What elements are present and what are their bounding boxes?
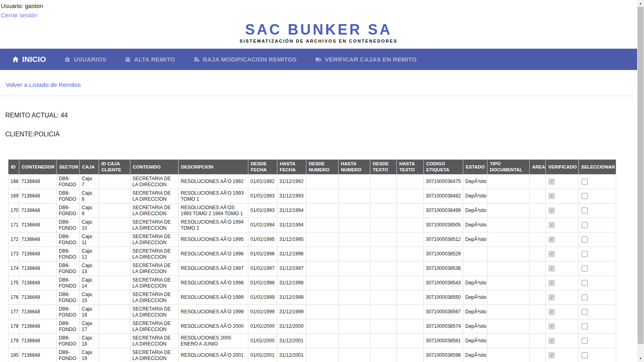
seleccionar-checkbox[interactable] [582, 251, 588, 257]
cell-desde-fecha: 01/01/1999 [248, 305, 277, 319]
nav-item-baja-modificacion-remitos[interactable]: BAJA MODIFICACION REMITOS [194, 56, 297, 63]
cell-desde-numero [306, 204, 339, 218]
seleccionar-checkbox[interactable] [582, 352, 588, 358]
cell-sector: DB6-FONDO [57, 276, 80, 290]
cell-codigo-etiqueta: 3071000038505 [424, 218, 463, 232]
cell-codigo-etiqueta: 3071000038543 [424, 276, 463, 290]
cell-id: 174 [8, 261, 19, 276]
cell-desde-numero [306, 319, 339, 334]
cell-estado [463, 261, 487, 276]
seleccionar-checkbox[interactable] [582, 280, 588, 286]
cell-seleccionar [579, 319, 616, 334]
user-bar: Usuario: gaston Cerrar sesión [0, 0, 637, 20]
cell-tipo-documental [487, 218, 530, 232]
cell-seleccionar [579, 276, 616, 290]
seleccionar-checkbox[interactable] [582, 265, 588, 272]
cell-caja: Caja: 9 [80, 204, 99, 218]
cell-sector: DB6-FONDO [57, 175, 80, 189]
page: Usuario: gaston Cerrar sesión sac bunker… [0, 0, 644, 362]
cell-hasta-texto [397, 232, 424, 247]
seleccionar-checkbox[interactable] [582, 222, 588, 228]
cell-verificado: ✓ [546, 175, 579, 189]
seleccionar-checkbox[interactable] [582, 237, 588, 243]
cell-sector: DB6-FONDO [57, 348, 80, 362]
seleccionar-checkbox[interactable] [582, 208, 588, 214]
cell-id-caja-cliente [99, 175, 130, 189]
cell-sector: DB6-FONDO [57, 261, 80, 276]
cell-id: 170 [8, 204, 19, 218]
briefcase-icon [125, 56, 131, 62]
cell-id-caja-cliente [99, 189, 130, 204]
seleccionar-checkbox[interactable] [582, 309, 588, 315]
cell-hasta-texto [397, 218, 424, 232]
nav-item-inicio[interactable]: INICIO [12, 55, 46, 64]
cell-descripcion: RESOLUCIONES AÃ‘O 1997 [179, 261, 248, 276]
cell-desde-texto [370, 290, 397, 305]
cell-desde-numero [306, 348, 339, 362]
seleccionar-checkbox[interactable] [582, 323, 588, 329]
cell-descripcion: RESOLUCIONES AÃ‘O 1999 [179, 290, 248, 305]
cell-contenedor: 7136648 [19, 305, 57, 319]
cell-tipo-documental [487, 290, 530, 305]
cell-hasta-texto [397, 204, 424, 218]
cell-codigo-etiqueta: 3071000038475 [424, 175, 463, 189]
cell-contenedor: 7136648 [19, 348, 57, 362]
nav-item-alta-remito[interactable]: ALTA REMITO [125, 56, 175, 63]
cell-hasta-texto [397, 334, 424, 348]
cell-contenido: SECRETARIA DE LA DIRECCION [130, 319, 179, 334]
scrollbar-thumb[interactable] [638, 7, 644, 344]
cell-id-caja-cliente [99, 334, 130, 348]
seleccionar-checkbox[interactable] [582, 193, 588, 199]
logo: sac bunker sa SISTEMATIZACIÓN DE ARCHIVO… [0, 23, 637, 44]
cell-area [530, 189, 546, 204]
cerrar-sesion-link[interactable]: Cerrar sesión [1, 10, 37, 20]
cell-sector: DB6-FONDO [57, 319, 80, 334]
cell-contenedor: 7136648 [19, 175, 57, 189]
cell-codigo-etiqueta: 3071000038482 [424, 189, 463, 204]
cell-caja: Caja: 14 [80, 276, 99, 290]
cell-contenedor: 7136648 [19, 232, 57, 247]
cell-hasta-numero [339, 348, 370, 362]
building-icon [194, 56, 200, 62]
nav-item-verificar-cajas-en-remito[interactable]: VERIFICAR CAJAS EN REMITO [315, 56, 417, 63]
logo-wordmark: sac bunker sa [0, 23, 637, 37]
cell-hasta-texto [397, 261, 424, 276]
cell-verificado: ✓ [546, 204, 579, 218]
cell-caja: Caja: 18 [80, 334, 99, 348]
scroll-down-arrow[interactable]: ▼ [637, 355, 644, 362]
cell-estado: DepÃ³sito [463, 204, 487, 218]
scrollbar-track[interactable]: ▲ ▼ [637, 0, 644, 362]
cell-contenido: SECRETARIA DE LA DIRECCION [130, 348, 179, 362]
cell-contenido: SECRETARIA DE LA DIRECCION [130, 290, 179, 305]
cell-verificado: ✓ [546, 218, 579, 232]
volver-listado-link[interactable]: Volver a Listado de Remitos [6, 81, 81, 89]
scroll-up-arrow[interactable]: ▲ [637, 0, 644, 7]
cell-tipo-documental [487, 175, 530, 189]
table-row: 1767136648DB6-FONDOCaja: 15SECRETARIA DE… [8, 290, 616, 305]
cell-codigo-etiqueta: 3071000038574 [424, 319, 463, 334]
cell-hasta-fecha: 31/12/1996 [277, 247, 306, 261]
cell-contenedor: 7136648 [19, 247, 57, 261]
seleccionar-checkbox[interactable] [582, 338, 588, 344]
cell-area [530, 232, 546, 247]
cell-hasta-numero [339, 232, 370, 247]
seleccionar-checkbox[interactable] [582, 294, 588, 300]
cell-codigo-etiqueta: 3071000038499 [424, 204, 463, 218]
cell-descripcion: RESOLUCIONES AÃ‘O 2001 [179, 348, 248, 362]
cell-hasta-texto [397, 290, 424, 305]
nav-item-usuarios[interactable]: USUARIOS [64, 56, 106, 63]
cell-desde-texto [370, 189, 397, 204]
cell-desde-texto [370, 276, 397, 290]
cell-desde-fecha: 01/01/2000 [248, 334, 277, 348]
cell-hasta-numero [339, 175, 370, 189]
cell-desde-fecha: 01/01/1999 [248, 290, 277, 305]
table-row: 1797136648DB6-FONDOCaja: 18SECRETARIA DE… [8, 334, 616, 348]
seleccionar-checkbox[interactable] [582, 179, 588, 185]
cell-contenedor: 7136648 [19, 276, 57, 290]
cell-id-caja-cliente [99, 247, 130, 261]
cell-tipo-documental [487, 305, 530, 319]
verificado-checkbox: ✓ [549, 352, 555, 358]
cell-seleccionar [579, 305, 616, 319]
cell-desde-texto [370, 305, 397, 319]
cell-desde-texto [370, 334, 397, 348]
